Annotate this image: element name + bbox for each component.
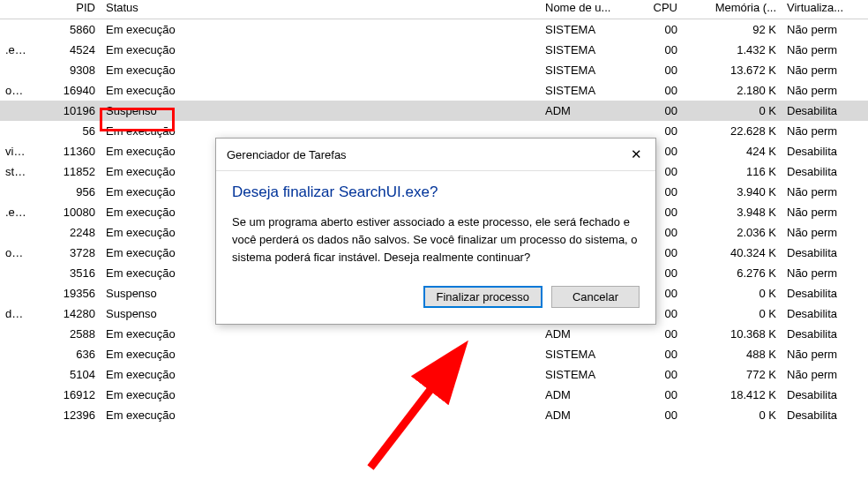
- cell-user: ADM: [540, 324, 642, 344]
- dialog-buttons: Finalizar processo Cancelar: [232, 286, 640, 308]
- cell-cpu: 00: [642, 40, 683, 60]
- cell-cpu: 00: [642, 101, 683, 121]
- table-row[interactable]: 10196SuspensoADM000 KDesabilita: [0, 101, 868, 121]
- col-header-status[interactable]: Status: [101, 0, 540, 19]
- col-header-imgname[interactable]: [0, 0, 32, 19]
- cell-mem: 10.368 K: [683, 324, 782, 344]
- cell-status: Em execução: [101, 60, 540, 80]
- cell-virt: Não perm: [782, 121, 868, 141]
- cell-user: ADM: [540, 101, 642, 121]
- dialog-heading: Deseja finalizar SearchUI.exe?: [232, 184, 640, 201]
- cell-imgname: ost...: [0, 80, 32, 101]
- cell-imgname: [0, 324, 32, 344]
- cell-user: SISTEMA: [540, 60, 642, 80]
- cell-mem: 0 K: [683, 405, 782, 425]
- cell-mem: 1.432 K: [683, 40, 782, 60]
- confirmation-dialog: Gerenciador de Tarefas ✕ Deseja finaliza…: [215, 138, 656, 325]
- table-row[interactable]: ost...16940Em execuçãoSISTEMA002.180 KNã…: [0, 80, 868, 101]
- table-row[interactable]: 5104Em execuçãoSISTEMA00772 KNão perm: [0, 364, 868, 385]
- cell-pid: 16940: [32, 80, 101, 101]
- cell-pid: 956: [32, 182, 101, 202]
- cell-imgname: .exe: [0, 202, 32, 222]
- cell-virt: Desabilita: [782, 161, 868, 182]
- cell-imgname: [0, 19, 32, 41]
- cell-mem: 40.324 K: [683, 243, 782, 263]
- table-row[interactable]: 5860Em execuçãoSISTEMA0092 KNão perm: [0, 19, 868, 41]
- cell-pid: 10196: [32, 101, 101, 121]
- table-row[interactable]: 2588Em execuçãoADM0010.368 KDesabilita: [0, 324, 868, 344]
- col-header-pid[interactable]: PID: [32, 0, 101, 19]
- col-header-mem[interactable]: Memória (...: [683, 0, 782, 19]
- col-header-cpu[interactable]: CPU: [642, 0, 683, 19]
- cell-mem: 3.940 K: [683, 182, 782, 202]
- cell-imgname: vic...: [0, 141, 32, 161]
- cell-virt: Desabilita: [782, 283, 868, 303]
- cell-mem: 0 K: [683, 303, 782, 324]
- dialog-titlebar: Gerenciador de Tarefas ✕: [216, 139, 655, 171]
- cell-status: Em execução: [101, 364, 540, 385]
- dialog-title: Gerenciador de Tarefas: [227, 148, 347, 161]
- table-row[interactable]: 12396Em execuçãoADM000 KDesabilita: [0, 405, 868, 425]
- cell-pid: 5104: [32, 364, 101, 385]
- col-header-virt[interactable]: Virtualiza...: [782, 0, 868, 19]
- cell-cpu: 00: [642, 60, 683, 80]
- cell-pid: 19356: [32, 283, 101, 303]
- cell-pid: 3728: [32, 243, 101, 263]
- cell-user: SISTEMA: [540, 40, 642, 60]
- cell-mem: 0 K: [683, 283, 782, 303]
- cell-virt: Não perm: [782, 344, 868, 364]
- cell-imgname: [0, 101, 32, 121]
- cell-virt: Desabilita: [782, 101, 868, 121]
- cell-pid: 2248: [32, 222, 101, 243]
- cell-user: SISTEMA: [540, 19, 642, 41]
- cell-imgname: ost...: [0, 243, 32, 263]
- table-row[interactable]: 636Em execuçãoSISTEMA00488 KNão perm: [0, 344, 868, 364]
- cell-imgname: [0, 121, 32, 141]
- close-icon[interactable]: ✕: [624, 146, 648, 163]
- cell-virt: Não perm: [782, 202, 868, 222]
- cell-pid: 3516: [32, 263, 101, 283]
- cell-virt: Não perm: [782, 364, 868, 385]
- cell-pid: 10080: [32, 202, 101, 222]
- cell-mem: 6.276 K: [683, 263, 782, 283]
- cell-imgname: [0, 60, 32, 80]
- cell-pid: 5860: [32, 19, 101, 41]
- cell-mem: 0 K: [683, 101, 782, 121]
- dialog-body: Deseja finalizar SearchUI.exe? Se um pro…: [216, 171, 655, 324]
- dialog-text: Se um programa aberto estiver associado …: [232, 214, 640, 266]
- cell-imgname: [0, 385, 32, 405]
- cell-mem: 2.036 K: [683, 222, 782, 243]
- cell-imgname: stra...: [0, 161, 32, 182]
- cell-virt: Desabilita: [782, 405, 868, 425]
- cell-cpu: 00: [642, 364, 683, 385]
- table-row[interactable]: .exe4524Em execuçãoSISTEMA001.432 KNão p…: [0, 40, 868, 60]
- cell-imgname: [0, 222, 32, 243]
- cell-imgname: dH...: [0, 303, 32, 324]
- cell-virt: Desabilita: [782, 243, 868, 263]
- cell-status: Em execução: [101, 324, 540, 344]
- cell-virt: Não perm: [782, 80, 868, 101]
- cell-status: Em execução: [101, 40, 540, 60]
- cell-mem: 424 K: [683, 141, 782, 161]
- cancel-button[interactable]: Cancelar: [551, 286, 640, 308]
- cell-mem: 2.180 K: [683, 80, 782, 101]
- cell-virt: Desabilita: [782, 324, 868, 344]
- cell-virt: Desabilita: [782, 385, 868, 405]
- table-row[interactable]: 9308Em execuçãoSISTEMA0013.672 KNão perm: [0, 60, 868, 80]
- col-header-user[interactable]: Nome de u...: [540, 0, 642, 19]
- cell-mem: 13.672 K: [683, 60, 782, 80]
- cell-user: ADM: [540, 385, 642, 405]
- cell-cpu: 00: [642, 344, 683, 364]
- table-row[interactable]: 16912Em execuçãoADM0018.412 KDesabilita: [0, 385, 868, 405]
- cell-pid: 12396: [32, 405, 101, 425]
- cell-imgname: [0, 405, 32, 425]
- cell-mem: 772 K: [683, 364, 782, 385]
- cell-cpu: 00: [642, 80, 683, 101]
- cell-imgname: [0, 364, 32, 385]
- cell-pid: 56: [32, 121, 101, 141]
- cell-cpu: 00: [642, 405, 683, 425]
- confirm-button[interactable]: Finalizar processo: [423, 286, 543, 308]
- cell-imgname: [0, 283, 32, 303]
- cell-status: Em execução: [101, 385, 540, 405]
- cell-imgname: [0, 344, 32, 364]
